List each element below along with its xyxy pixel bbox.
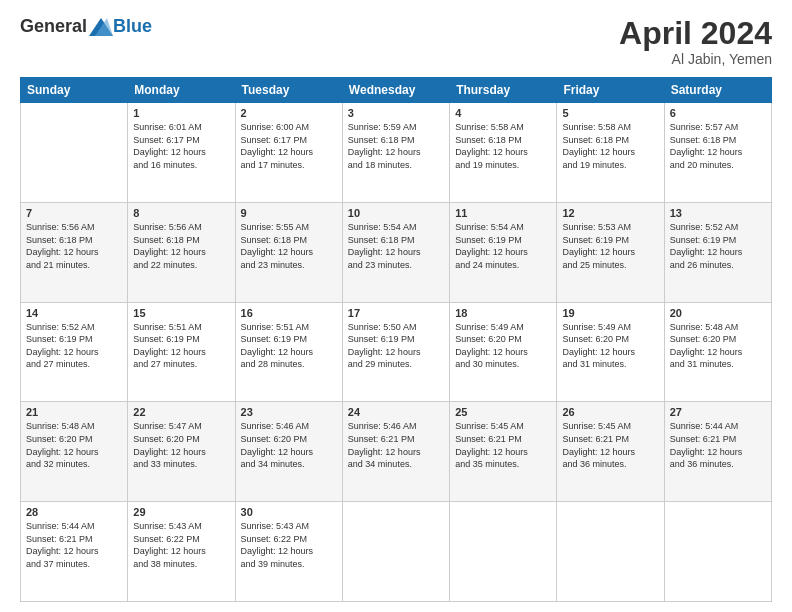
- day-number: 24: [348, 406, 444, 418]
- day-info: Sunrise: 5:43 AM Sunset: 6:22 PM Dayligh…: [133, 520, 229, 570]
- day-number: 12: [562, 207, 658, 219]
- day-number: 7: [26, 207, 122, 219]
- logo: General Blue: [20, 16, 152, 37]
- table-row: 7Sunrise: 5:56 AM Sunset: 6:18 PM Daylig…: [21, 202, 128, 302]
- table-row: 4Sunrise: 5:58 AM Sunset: 6:18 PM Daylig…: [450, 103, 557, 203]
- table-row: 17Sunrise: 5:50 AM Sunset: 6:19 PM Dayli…: [342, 302, 449, 402]
- day-info: Sunrise: 5:49 AM Sunset: 6:20 PM Dayligh…: [562, 321, 658, 371]
- day-info: Sunrise: 5:50 AM Sunset: 6:19 PM Dayligh…: [348, 321, 444, 371]
- table-row: 27Sunrise: 5:44 AM Sunset: 6:21 PM Dayli…: [664, 402, 771, 502]
- day-number: 3: [348, 107, 444, 119]
- day-number: 26: [562, 406, 658, 418]
- calendar-week-row: 1Sunrise: 6:01 AM Sunset: 6:17 PM Daylig…: [21, 103, 772, 203]
- day-number: 16: [241, 307, 337, 319]
- table-row: 11Sunrise: 5:54 AM Sunset: 6:19 PM Dayli…: [450, 202, 557, 302]
- table-row: [21, 103, 128, 203]
- table-row: 10Sunrise: 5:54 AM Sunset: 6:18 PM Dayli…: [342, 202, 449, 302]
- calendar-week-row: 14Sunrise: 5:52 AM Sunset: 6:19 PM Dayli…: [21, 302, 772, 402]
- day-number: 18: [455, 307, 551, 319]
- day-info: Sunrise: 5:54 AM Sunset: 6:18 PM Dayligh…: [348, 221, 444, 271]
- table-row: 22Sunrise: 5:47 AM Sunset: 6:20 PM Dayli…: [128, 402, 235, 502]
- table-row: 13Sunrise: 5:52 AM Sunset: 6:19 PM Dayli…: [664, 202, 771, 302]
- day-info: Sunrise: 5:48 AM Sunset: 6:20 PM Dayligh…: [26, 420, 122, 470]
- calendar-header-row: Sunday Monday Tuesday Wednesday Thursday…: [21, 78, 772, 103]
- day-info: Sunrise: 5:59 AM Sunset: 6:18 PM Dayligh…: [348, 121, 444, 171]
- table-row: [664, 502, 771, 602]
- day-info: Sunrise: 6:01 AM Sunset: 6:17 PM Dayligh…: [133, 121, 229, 171]
- table-row: 14Sunrise: 5:52 AM Sunset: 6:19 PM Dayli…: [21, 302, 128, 402]
- table-row: 3Sunrise: 5:59 AM Sunset: 6:18 PM Daylig…: [342, 103, 449, 203]
- day-info: Sunrise: 5:58 AM Sunset: 6:18 PM Dayligh…: [455, 121, 551, 171]
- col-tuesday: Tuesday: [235, 78, 342, 103]
- table-row: 16Sunrise: 5:51 AM Sunset: 6:19 PM Dayli…: [235, 302, 342, 402]
- calendar-table: Sunday Monday Tuesday Wednesday Thursday…: [20, 77, 772, 602]
- day-number: 27: [670, 406, 766, 418]
- table-row: 8Sunrise: 5:56 AM Sunset: 6:18 PM Daylig…: [128, 202, 235, 302]
- day-number: 30: [241, 506, 337, 518]
- table-row: 12Sunrise: 5:53 AM Sunset: 6:19 PM Dayli…: [557, 202, 664, 302]
- col-saturday: Saturday: [664, 78, 771, 103]
- day-number: 6: [670, 107, 766, 119]
- day-info: Sunrise: 5:48 AM Sunset: 6:20 PM Dayligh…: [670, 321, 766, 371]
- table-row: 5Sunrise: 5:58 AM Sunset: 6:18 PM Daylig…: [557, 103, 664, 203]
- day-info: Sunrise: 5:56 AM Sunset: 6:18 PM Dayligh…: [133, 221, 229, 271]
- table-row: [557, 502, 664, 602]
- location: Al Jabin, Yemen: [619, 51, 772, 67]
- calendar-week-row: 21Sunrise: 5:48 AM Sunset: 6:20 PM Dayli…: [21, 402, 772, 502]
- day-info: Sunrise: 5:51 AM Sunset: 6:19 PM Dayligh…: [133, 321, 229, 371]
- day-number: 29: [133, 506, 229, 518]
- table-row: 6Sunrise: 5:57 AM Sunset: 6:18 PM Daylig…: [664, 103, 771, 203]
- day-info: Sunrise: 5:57 AM Sunset: 6:18 PM Dayligh…: [670, 121, 766, 171]
- day-info: Sunrise: 5:52 AM Sunset: 6:19 PM Dayligh…: [26, 321, 122, 371]
- month-title: April 2024: [619, 16, 772, 51]
- col-wednesday: Wednesday: [342, 78, 449, 103]
- day-number: 8: [133, 207, 229, 219]
- calendar-week-row: 28Sunrise: 5:44 AM Sunset: 6:21 PM Dayli…: [21, 502, 772, 602]
- day-number: 19: [562, 307, 658, 319]
- day-info: Sunrise: 5:43 AM Sunset: 6:22 PM Dayligh…: [241, 520, 337, 570]
- day-number: 28: [26, 506, 122, 518]
- col-friday: Friday: [557, 78, 664, 103]
- day-number: 1: [133, 107, 229, 119]
- table-row: 2Sunrise: 6:00 AM Sunset: 6:17 PM Daylig…: [235, 103, 342, 203]
- table-row: 26Sunrise: 5:45 AM Sunset: 6:21 PM Dayli…: [557, 402, 664, 502]
- day-info: Sunrise: 5:51 AM Sunset: 6:19 PM Dayligh…: [241, 321, 337, 371]
- table-row: 20Sunrise: 5:48 AM Sunset: 6:20 PM Dayli…: [664, 302, 771, 402]
- table-row: 23Sunrise: 5:46 AM Sunset: 6:20 PM Dayli…: [235, 402, 342, 502]
- day-info: Sunrise: 5:46 AM Sunset: 6:21 PM Dayligh…: [348, 420, 444, 470]
- title-area: April 2024 Al Jabin, Yemen: [619, 16, 772, 67]
- day-info: Sunrise: 5:54 AM Sunset: 6:19 PM Dayligh…: [455, 221, 551, 271]
- day-info: Sunrise: 5:58 AM Sunset: 6:18 PM Dayligh…: [562, 121, 658, 171]
- table-row: 28Sunrise: 5:44 AM Sunset: 6:21 PM Dayli…: [21, 502, 128, 602]
- logo-icon: [89, 18, 113, 36]
- table-row: 1Sunrise: 6:01 AM Sunset: 6:17 PM Daylig…: [128, 103, 235, 203]
- day-info: Sunrise: 5:44 AM Sunset: 6:21 PM Dayligh…: [670, 420, 766, 470]
- day-info: Sunrise: 6:00 AM Sunset: 6:17 PM Dayligh…: [241, 121, 337, 171]
- day-info: Sunrise: 5:44 AM Sunset: 6:21 PM Dayligh…: [26, 520, 122, 570]
- table-row: 9Sunrise: 5:55 AM Sunset: 6:18 PM Daylig…: [235, 202, 342, 302]
- day-info: Sunrise: 5:53 AM Sunset: 6:19 PM Dayligh…: [562, 221, 658, 271]
- table-row: 25Sunrise: 5:45 AM Sunset: 6:21 PM Dayli…: [450, 402, 557, 502]
- calendar-week-row: 7Sunrise: 5:56 AM Sunset: 6:18 PM Daylig…: [21, 202, 772, 302]
- col-monday: Monday: [128, 78, 235, 103]
- table-row: 24Sunrise: 5:46 AM Sunset: 6:21 PM Dayli…: [342, 402, 449, 502]
- day-number: 14: [26, 307, 122, 319]
- table-row: 15Sunrise: 5:51 AM Sunset: 6:19 PM Dayli…: [128, 302, 235, 402]
- day-number: 10: [348, 207, 444, 219]
- day-info: Sunrise: 5:45 AM Sunset: 6:21 PM Dayligh…: [455, 420, 551, 470]
- day-number: 23: [241, 406, 337, 418]
- day-number: 22: [133, 406, 229, 418]
- logo-general: General: [20, 16, 87, 37]
- day-number: 21: [26, 406, 122, 418]
- table-row: [450, 502, 557, 602]
- logo-blue: Blue: [113, 16, 152, 37]
- day-number: 15: [133, 307, 229, 319]
- day-number: 9: [241, 207, 337, 219]
- table-row: 29Sunrise: 5:43 AM Sunset: 6:22 PM Dayli…: [128, 502, 235, 602]
- day-info: Sunrise: 5:55 AM Sunset: 6:18 PM Dayligh…: [241, 221, 337, 271]
- day-number: 20: [670, 307, 766, 319]
- logo-text: General Blue: [20, 16, 152, 37]
- table-row: 19Sunrise: 5:49 AM Sunset: 6:20 PM Dayli…: [557, 302, 664, 402]
- day-number: 25: [455, 406, 551, 418]
- day-number: 13: [670, 207, 766, 219]
